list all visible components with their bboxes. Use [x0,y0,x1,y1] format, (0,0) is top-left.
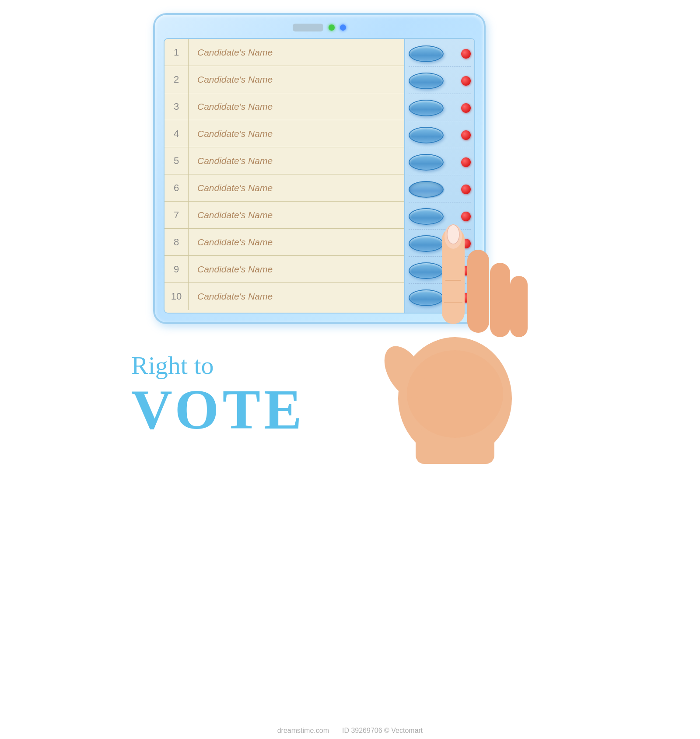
candidate-number-4: 4 [164,120,189,147]
candidate-row-1: 1Candidate's Name [164,39,404,66]
candidate-name-3: Candidate's Name [189,101,404,112]
watermark-left: dreamstime.com [277,727,329,735]
svg-point-4 [447,225,459,244]
indicator-dot-4 [461,130,471,140]
vote-row-5 [409,149,471,175]
candidate-row-5: 5Candidate's Name [164,147,404,174]
evm-outer: 1Candidate's Name2Candidate's Name3Candi… [153,13,486,324]
vote-row-6 [409,176,471,202]
candidate-number-2: 2 [164,66,189,93]
indicator-dot-2 [461,76,471,86]
evm-wrapper: 1Candidate's Name2Candidate's Name3Candi… [153,13,547,324]
indicator-dot-3 [461,103,471,113]
candidate-name-2: Candidate's Name [189,74,404,85]
candidate-row-7: 7Candidate's Name [164,202,404,229]
vote-button-5[interactable] [409,154,444,171]
hand-svg [372,202,538,464]
candidate-row-8: 8Candidate's Name [164,229,404,256]
candidate-list: 1Candidate's Name2Candidate's Name3Candi… [164,39,404,313]
vote-row-4 [409,122,471,148]
candidate-row-2: 2Candidate's Name [164,66,404,93]
svg-rect-7 [510,276,528,337]
indicator-dot-5 [461,157,471,167]
vote-button-3[interactable] [409,100,444,116]
indicator-dot-1 [461,49,471,59]
vote-button-1[interactable] [409,45,444,62]
svg-rect-5 [467,250,489,333]
candidate-number-8: 8 [164,229,189,255]
candidate-number-3: 3 [164,93,189,120]
candidate-number-9: 9 [164,256,189,282]
candidate-number-7: 7 [164,202,189,228]
candidate-name-6: Candidate's Name [189,183,404,193]
svg-rect-6 [490,263,510,337]
vote-row-2 [409,68,471,94]
vote-button-4[interactable] [409,127,444,143]
watermark: dreamstime.com ID 39269706 © Vectomart [277,727,423,735]
candidate-number-1: 1 [164,39,189,66]
watermark-right: ID 39269706 © Vectomart [342,727,423,735]
candidate-name-1: Candidate's Name [189,47,404,58]
vote-button-6[interactable] [409,181,444,198]
vote-row-1 [409,41,471,67]
candidate-number-10: 10 [164,283,189,310]
candidate-row-3: 3Candidate's Name [164,93,404,120]
vote-row-3 [409,95,471,121]
candidate-name-4: Candidate's Name [189,129,404,139]
vote-button-2[interactable] [409,73,444,89]
evm-indicator-green [329,24,335,31]
candidate-number-6: 6 [164,174,189,201]
hand-container [372,202,538,464]
evm-top-bar [164,24,475,31]
evm-indicator-blue [340,24,346,31]
candidate-row-9: 9Candidate's Name [164,256,404,283]
candidate-row-10: 10Candidate's Name [164,283,404,310]
evm-slot [293,24,323,31]
indicator-dot-6 [461,185,471,194]
candidate-number-5: 5 [164,147,189,174]
svg-point-9 [407,350,503,438]
main-container: 1Candidate's Name2Candidate's Name3Candi… [0,0,700,739]
candidate-name-5: Candidate's Name [189,156,404,166]
candidate-row-4: 4Candidate's Name [164,120,404,147]
bottom-text: Right to VOTE [0,350,700,438]
candidate-row-6: 6Candidate's Name [164,174,404,202]
